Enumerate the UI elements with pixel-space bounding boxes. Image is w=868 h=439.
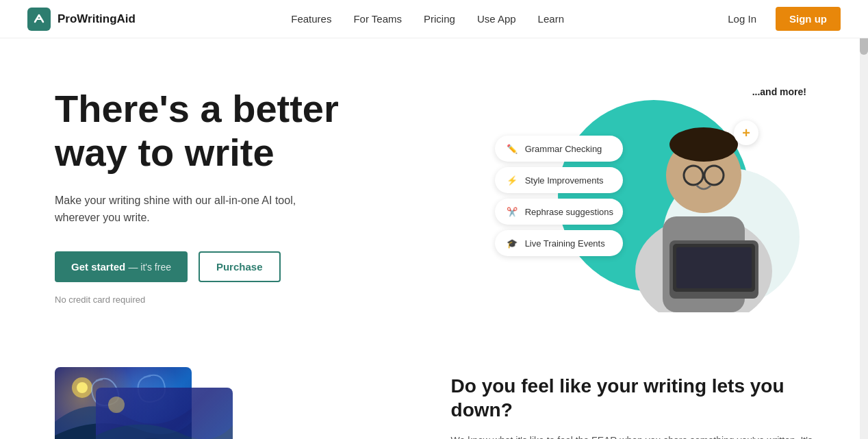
painting-overlay — [96, 388, 233, 439]
section2-content: Do you feel like your writing lets you d… — [451, 367, 813, 439]
nav-learn[interactable]: Learn — [538, 13, 564, 25]
hero-subtitle: Make your writing shine with our all-in-… — [55, 192, 342, 227]
feature-card-0: ✏️ Grammar Checking — [495, 136, 623, 162]
rephrase-icon: ✂️ — [505, 204, 520, 219]
svg-point-11 — [77, 382, 88, 393]
plus-badge: + — [734, 121, 758, 145]
training-icon: 🎓 — [505, 236, 520, 251]
section2-images: My idea in my head — [55, 367, 396, 439]
section2-text: We know what it's like to feel the FEAR … — [451, 433, 813, 439]
nav-use-app[interactable]: Use App — [477, 13, 516, 25]
feature-card-3: 🎓 Live Training Events — [495, 230, 623, 256]
person-illustration — [622, 107, 786, 312]
section2: My idea in my head Do you feel like your… — [0, 340, 868, 439]
hero-section: There's a better way to write Make your … — [0, 38, 868, 340]
nav-links: Features For Teams Pricing Use App Learn — [291, 13, 564, 25]
nav-features[interactable]: Features — [291, 13, 331, 25]
no-credit-text: No credit card required — [55, 294, 472, 305]
hero-title: There's a better way to write — [55, 87, 472, 175]
nav-pricing[interactable]: Pricing — [424, 13, 455, 25]
login-button[interactable]: Log In — [719, 9, 765, 29]
get-started-button[interactable]: Get started — it's free — [55, 251, 188, 282]
feature-cards-list: ✏️ Grammar Checking ⚡ Style Improvements… — [495, 136, 623, 256]
svg-point-12 — [108, 397, 125, 413]
section2-title: Do you feel like your writing lets you d… — [451, 374, 813, 422]
logo-link[interactable]: ProWritingAid — [27, 8, 136, 31]
brand-name: ProWritingAid — [58, 12, 136, 26]
feature-card-1: ⚡ Style Improvements — [495, 167, 623, 193]
signup-button[interactable]: Sign up — [776, 7, 841, 31]
grammar-icon: ✏️ — [505, 141, 520, 156]
scrollbar[interactable] — [860, 0, 868, 439]
hero-illustration: ...and more! + — [495, 79, 813, 312]
hero-buttons: Get started — it's free Purchase — [55, 251, 472, 282]
feature-card-2: ✂️ Rephrase suggestions — [495, 199, 623, 225]
purchase-button[interactable]: Purchase — [199, 251, 281, 282]
nav-actions: Log In Sign up — [719, 7, 841, 31]
hero-left: There's a better way to write Make your … — [55, 87, 472, 305]
nav-for-teams[interactable]: For Teams — [353, 13, 402, 25]
logo-icon — [27, 8, 51, 31]
svg-rect-9 — [676, 247, 752, 288]
navbar: ProWritingAid Features For Teams Pricing… — [0, 0, 868, 38]
illustration-container: ...and more! + — [495, 79, 813, 312]
and-more-label: ...and more! — [752, 86, 806, 97]
svg-point-3 — [669, 127, 738, 162]
style-icon: ⚡ — [505, 173, 520, 188]
painting-overlay-svg — [96, 388, 233, 439]
